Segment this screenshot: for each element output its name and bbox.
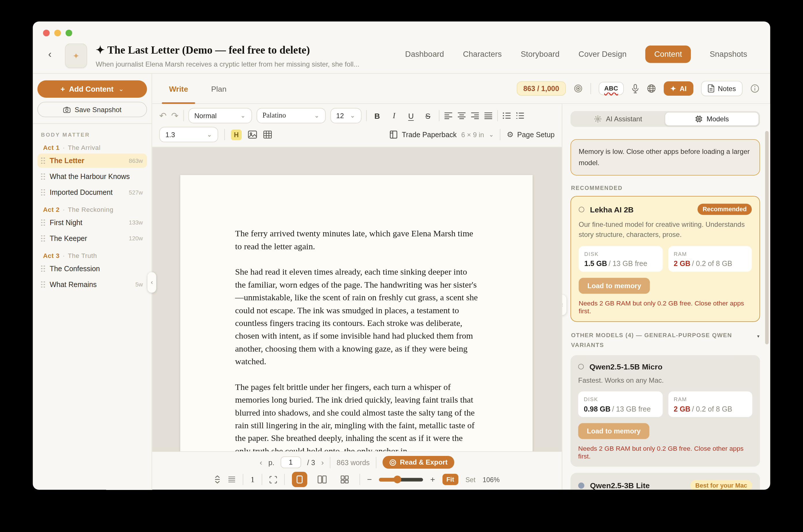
two-page-view-button[interactable]: [314, 472, 330, 487]
sidebar-item-the-confession[interactable]: The Confession: [37, 261, 147, 276]
highlight-button[interactable]: H: [231, 129, 242, 140]
minimize-window-button[interactable]: [54, 30, 61, 36]
word-count-badge: 120w: [129, 235, 143, 242]
nav-item-cover-design[interactable]: Cover Design: [579, 50, 627, 59]
bold-button[interactable]: B: [371, 111, 383, 120]
undo-icon[interactable]: ↶: [159, 110, 166, 121]
redo-icon[interactable]: ↷: [171, 110, 178, 121]
bullet-list-icon[interactable]: [502, 112, 511, 119]
ai-button[interactable]: ✦ AI: [664, 81, 693, 96]
model-status-dot: [578, 482, 584, 489]
font-size-select[interactable]: 12⌄: [330, 108, 361, 124]
gear-icon: ⚙: [507, 130, 514, 139]
zoom-in-icon[interactable]: +: [430, 475, 435, 484]
fullscreen-brackets-icon[interactable]: [269, 476, 277, 483]
drag-handle-icon[interactable]: [41, 219, 45, 226]
tab-plan[interactable]: Plan: [211, 84, 226, 93]
trim-size-control[interactable]: Trade Paperback 6 × 9 in ⌄: [390, 131, 494, 139]
page-setup-button[interactable]: ⚙ Page Setup: [507, 130, 555, 139]
underline-button[interactable]: U: [405, 111, 417, 120]
italic-button[interactable]: I: [388, 111, 400, 120]
drag-handle-icon[interactable]: [41, 173, 45, 180]
drag-handle-icon[interactable]: [41, 265, 45, 272]
document-text[interactable]: The ferry arrived twenty minutes late, w…: [180, 175, 533, 451]
sidebar-item-the-letter[interactable]: The Letter 863w: [37, 154, 147, 168]
spellcheck-button[interactable]: ABC: [599, 82, 624, 95]
other-models-heading[interactable]: OTHER MODELS (4) — GENERAL-PURPOSE QWEN …: [571, 330, 760, 349]
grid-view-button[interactable]: [337, 472, 352, 487]
globe-icon[interactable]: [647, 84, 656, 93]
right-panel-scrollbar[interactable]: [765, 131, 769, 344]
model-card-qwen-lite[interactable]: Qwen2.5-3B Lite Best for your Mac Balanc…: [570, 473, 760, 490]
nav-item-storyboard[interactable]: Storyboard: [521, 50, 560, 59]
save-snapshot-button[interactable]: Save Snapshot: [37, 102, 147, 117]
microphone-icon[interactable]: [632, 83, 639, 93]
right-panel-collapse-handle[interactable]: ‹: [562, 295, 566, 315]
load-to-memory-button[interactable]: Load to memory: [578, 423, 650, 439]
insert-table-icon[interactable]: [263, 131, 272, 139]
disk-stat: DISK 0.98 GB/ 13 GB free: [578, 391, 662, 417]
typewriter-lines-icon[interactable]: [228, 476, 236, 482]
body-matter-heading: BODY MATTER: [41, 131, 147, 137]
align-left-icon[interactable]: [444, 112, 452, 119]
previous-page-icon[interactable]: ‹: [260, 458, 262, 467]
numbered-list-icon[interactable]: [515, 112, 524, 119]
nav-item-snapshots[interactable]: Snapshots: [710, 50, 747, 59]
drag-handle-icon[interactable]: [41, 281, 45, 288]
model-card-qwen-micro[interactable]: Qwen2.5-1.5B Micro Fastest. Works on any…: [570, 355, 760, 467]
titlebar: ‹ ✦ ✦ The Last Letter (Demo — feel free …: [33, 22, 770, 73]
drag-handle-icon[interactable]: [41, 189, 45, 196]
info-icon[interactable]: [750, 84, 760, 93]
zoom-slider-thumb[interactable]: [394, 476, 401, 483]
chevron-left-icon: ‹: [562, 301, 563, 309]
insert-image-icon[interactable]: [248, 131, 257, 139]
sidebar-item-imported-document[interactable]: Imported Document 527w: [37, 185, 147, 200]
align-center-icon[interactable]: [457, 112, 466, 119]
back-chevron-icon[interactable]: ‹: [48, 49, 52, 59]
align-right-icon[interactable]: [471, 112, 479, 119]
close-window-button[interactable]: [43, 30, 50, 36]
align-justify-icon[interactable]: [484, 112, 492, 119]
load-to-memory-button[interactable]: Load to memory: [579, 278, 650, 294]
paragraph-style-select[interactable]: Normal⌄: [188, 108, 252, 124]
book-cover-button[interactable]: ✦: [65, 43, 87, 68]
nav-item-content-active[interactable]: Content: [645, 45, 691, 63]
document-paragraph: The pages felt brittle under her fingers…: [235, 381, 479, 451]
sidebar-item-the-keeper[interactable]: The Keeper 120w: [37, 231, 147, 246]
next-page-icon[interactable]: ›: [321, 458, 324, 467]
add-content-button[interactable]: + Add Content ⌄: [37, 80, 147, 98]
tab-write[interactable]: Write: [169, 74, 188, 103]
tab-models[interactable]: Models: [665, 112, 759, 126]
drag-handle-icon[interactable]: [41, 235, 45, 242]
sidebar-item-first-night[interactable]: First Night 133w: [37, 215, 147, 230]
model-description: Our fine-tuned model for creative writin…: [579, 220, 752, 240]
notes-button[interactable]: Notes: [701, 81, 743, 96]
caret-down-icon[interactable]: ▾: [757, 334, 760, 339]
nav-item-characters[interactable]: Characters: [463, 50, 502, 59]
zoom-out-icon[interactable]: −: [367, 475, 372, 484]
nav-item-dashboard[interactable]: Dashboard: [405, 50, 444, 59]
set-zoom-button[interactable]: Set: [466, 476, 476, 483]
toolbar-divider: [590, 83, 591, 94]
sidebar-item-what-the-harbour-knows[interactable]: What the Harbour Knows: [37, 169, 147, 184]
model-card-lekha[interactable]: Lekha AI 2B Recommended Our fine-tuned m…: [570, 196, 760, 322]
zoom-slider[interactable]: [379, 477, 423, 481]
page-number-toggle[interactable]: 1: [251, 475, 254, 484]
sidebar-collapse-handle[interactable]: ‹: [147, 272, 156, 293]
single-page-view-button[interactable]: [292, 472, 307, 487]
focus-target-icon[interactable]: [573, 84, 583, 93]
tab-ai-assistant[interactable]: AI Assistant: [571, 112, 664, 126]
document-page[interactable]: The ferry arrived twenty minutes late, w…: [180, 175, 533, 451]
font-family-select[interactable]: Palatino⌄: [256, 108, 326, 124]
sidebar-item-what-remains[interactable]: What Remains 5w: [37, 277, 147, 292]
page-total: / 3: [307, 458, 315, 466]
expand-vertical-icon[interactable]: [214, 475, 221, 483]
memory-warning: Memory is low. Close other apps before l…: [570, 139, 760, 175]
line-spacing-select[interactable]: 1.3⌄: [159, 127, 218, 142]
zoom-window-button[interactable]: [66, 30, 72, 36]
drag-handle-icon[interactable]: [41, 157, 45, 164]
fit-button[interactable]: Fit: [442, 474, 458, 485]
strikethrough-button[interactable]: S: [422, 111, 434, 120]
page-number-input[interactable]: 1: [281, 456, 301, 468]
read-export-button[interactable]: Read & Export: [382, 456, 454, 469]
